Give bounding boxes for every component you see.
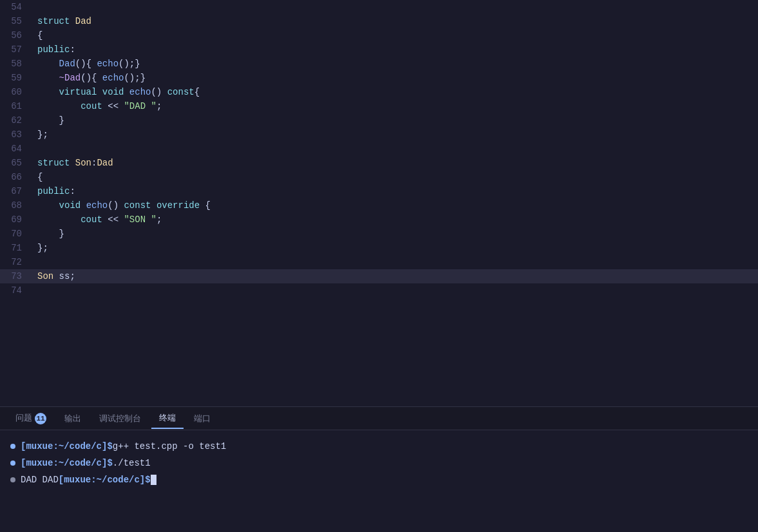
line-number: 67: [0, 184, 32, 198]
blue-dot: [10, 461, 15, 466]
code-content: [32, 255, 758, 269]
line-number: 72: [0, 255, 32, 269]
line-number: 60: [0, 85, 32, 99]
line-number: 73: [0, 269, 32, 283]
code-line: 64: [0, 142, 758, 156]
code-line: 72: [0, 255, 758, 269]
code-content: cout << "DAD ";: [32, 99, 758, 113]
line-number: 61: [0, 99, 32, 113]
code-line: 74: [0, 283, 758, 298]
code-line: 60 virtual void echo() const{: [0, 85, 758, 99]
code-content: Dad(){ echo();}: [32, 57, 758, 71]
line-number: 59: [0, 71, 32, 85]
tab-badge: 11: [35, 413, 46, 424]
line-number: 63: [0, 128, 32, 142]
terminal-line: [muxue:~/code/c]$ ./test1: [10, 455, 748, 471]
line-number: 55: [0, 14, 32, 28]
terminal-cmd: ./test1: [113, 455, 151, 471]
code-line: 70 }: [0, 227, 758, 241]
code-content: }: [32, 227, 758, 241]
code-content: public:: [32, 43, 758, 57]
terminal-tabs: 问题11输出调试控制台终端端口: [0, 407, 758, 430]
code-content: [32, 283, 758, 298]
line-number: 74: [0, 283, 32, 298]
line-number: 65: [0, 156, 32, 170]
code-content: [32, 0, 758, 14]
code-content: };: [32, 241, 758, 255]
terminal-tab[interactable]: 端口: [186, 409, 218, 428]
code-line: 69 cout << "SON ";: [0, 213, 758, 227]
terminal-tab[interactable]: 输出: [57, 409, 89, 428]
code-content: void echo() const override {: [32, 198, 758, 213]
code-content: virtual void echo() const{: [32, 85, 758, 99]
line-number: 71: [0, 241, 32, 255]
code-content: {: [32, 170, 758, 184]
code-line: 57public:: [0, 43, 758, 57]
code-line: 65struct Son:Dad: [0, 156, 758, 170]
line-number: 56: [0, 28, 32, 43]
line-number: 62: [0, 113, 32, 128]
terminal-prompt: [muxue:~/code/c]$: [21, 455, 113, 471]
code-content: };: [32, 128, 758, 142]
code-line: 59 ~Dad(){ echo();}: [0, 71, 758, 85]
code-line: 62 }: [0, 113, 758, 128]
editor-area: 5455struct Dad56{57public:58 Dad(){ echo…: [0, 0, 758, 406]
code-content: struct Dad: [32, 14, 758, 28]
terminal-content: [muxue:~/code/c]$ g++ test.cpp -o test1[…: [0, 430, 758, 532]
terminal-cursor: [151, 475, 156, 485]
code-content: struct Son:Dad: [32, 156, 758, 170]
output-text: DAD DAD: [21, 471, 59, 488]
terminal-prompt: [muxue:~/code/c]$: [21, 438, 113, 455]
code-line: 55struct Dad: [0, 14, 758, 28]
line-number: 64: [0, 142, 32, 156]
code-content: }: [32, 113, 758, 128]
code-content: ~Dad(){ echo();}: [32, 71, 758, 85]
code-content: Son ss;: [32, 269, 758, 283]
terminal-tab[interactable]: 调试控制台: [91, 409, 149, 428]
code-line: 71};: [0, 241, 758, 255]
code-line: 58 Dad(){ echo();}: [0, 57, 758, 71]
code-line: 67public:: [0, 184, 758, 198]
code-line: 61 cout << "DAD ";: [0, 99, 758, 113]
code-line: 54: [0, 0, 758, 14]
terminal-cmd: g++ test.cpp -o test1: [113, 438, 226, 455]
code-line: 73Son ss;: [0, 269, 758, 283]
code-line: 66{: [0, 170, 758, 184]
line-number: 66: [0, 170, 32, 184]
white-dot: [10, 477, 15, 482]
code-line: 63};: [0, 128, 758, 142]
code-line: 56{: [0, 28, 758, 43]
line-number: 54: [0, 0, 32, 14]
terminal-tab[interactable]: 问题11: [8, 408, 54, 428]
blue-dot: [10, 444, 15, 449]
terminal-panel: 问题11输出调试控制台终端端口 [muxue:~/code/c]$ g++ te…: [0, 406, 758, 532]
terminal-line: DAD DAD [muxue:~/code/c]$: [10, 471, 748, 488]
line-number: 69: [0, 213, 32, 227]
code-content: {: [32, 28, 758, 43]
code-container: 5455struct Dad56{57public:58 Dad(){ echo…: [0, 0, 758, 406]
terminal-line: [muxue:~/code/c]$ g++ test.cpp -o test1: [10, 438, 748, 455]
code-content: [32, 142, 758, 156]
code-line: 68 void echo() const override {: [0, 198, 758, 213]
line-number: 68: [0, 198, 32, 213]
code-content: public:: [32, 184, 758, 198]
terminal-prompt: [muxue:~/code/c]$: [59, 471, 151, 488]
line-number: 70: [0, 227, 32, 241]
terminal-tab[interactable]: 终端: [151, 408, 184, 429]
code-content: cout << "SON ";: [32, 213, 758, 227]
line-number: 58: [0, 57, 32, 71]
line-number: 57: [0, 43, 32, 57]
